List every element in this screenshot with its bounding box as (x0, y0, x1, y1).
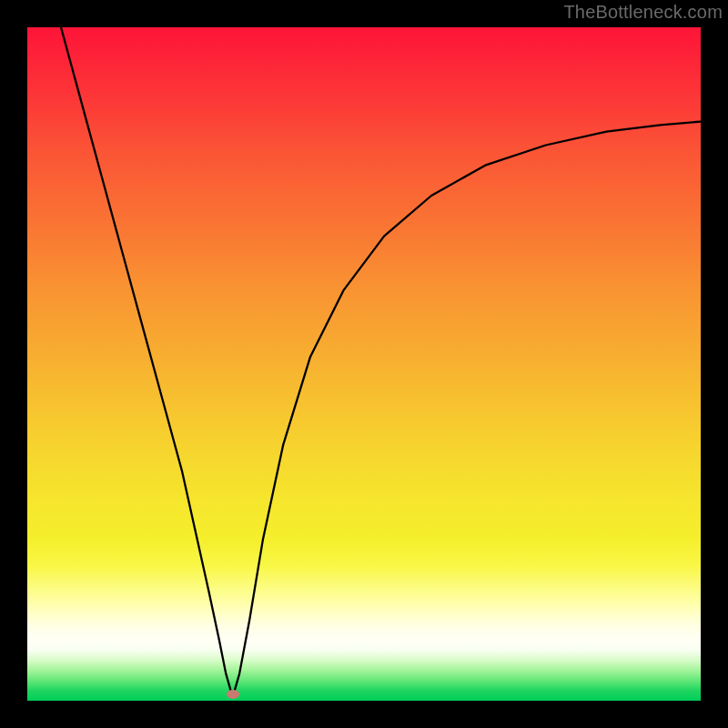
optimal-point-marker (227, 690, 239, 699)
plot-area (27, 27, 701, 701)
bottleneck-curve (27, 27, 701, 701)
watermark-text: TheBottleneck.com (563, 2, 723, 23)
chart-frame: TheBottleneck.com (0, 0, 728, 728)
